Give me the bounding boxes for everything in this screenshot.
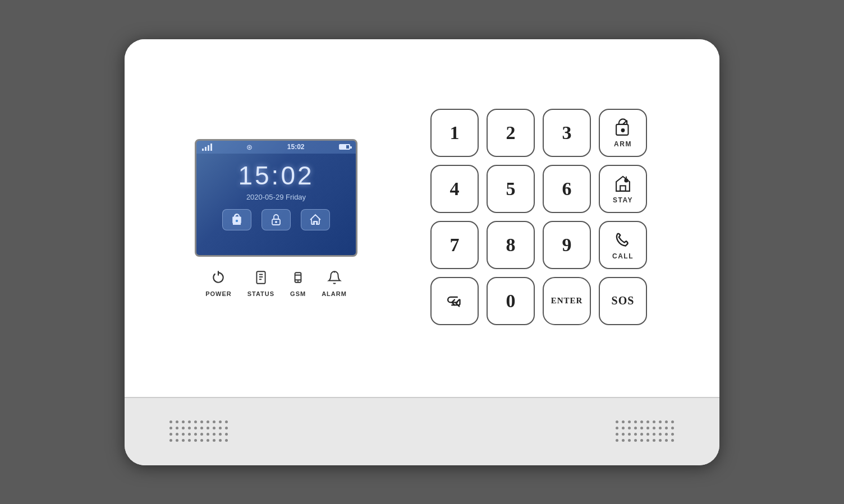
stay-label: STAY — [613, 196, 633, 204]
signal-icon — [202, 144, 212, 151]
alarm-label: ALARM — [322, 290, 347, 297]
key-9[interactable]: 9 — [543, 221, 591, 269]
svg-rect-4 — [256, 271, 265, 284]
key-call[interactable]: CALL — [599, 221, 647, 269]
lcd-screen: ⊛ 15:02 15:02 2020-05-29 Friday — [195, 139, 357, 257]
status-label: STATUS — [247, 290, 274, 297]
key-8[interactable]: 8 — [487, 221, 535, 269]
lcd-lock-button[interactable] — [262, 209, 291, 230]
lcd-date: 2020-05-29 Friday — [196, 193, 356, 201]
lcd-home-button[interactable] — [301, 209, 330, 230]
keypad: 1 2 3 ARM 4 5 6 — [430, 109, 649, 327]
key-sos[interactable]: SOS — [599, 277, 647, 325]
wifi-icon: ⊛ — [246, 143, 253, 151]
key-1[interactable]: 1 — [430, 109, 479, 157]
status-indicators: POWER STATUS — [205, 270, 347, 297]
indicator-gsm: GSM — [290, 270, 306, 297]
gsm-icon — [291, 270, 305, 288]
svg-point-15 — [622, 129, 625, 132]
key-stay[interactable]: STAY — [599, 165, 647, 213]
key-enter[interactable]: ENTER — [543, 277, 591, 325]
key-4[interactable]: 4 — [430, 165, 479, 213]
key-3[interactable]: 3 — [543, 109, 591, 157]
gsm-label: GSM — [290, 290, 306, 297]
key-5[interactable]: 5 — [487, 165, 535, 213]
power-icon — [211, 270, 226, 288]
indicator-status: STATUS — [247, 270, 274, 297]
call-label: CALL — [612, 252, 634, 260]
key-back[interactable] — [430, 277, 479, 325]
security-panel-device: ⊛ 15:02 15:02 2020-05-29 Friday — [125, 39, 719, 465]
lcd-main-time: 15:02 — [196, 160, 356, 191]
device-top-panel: ⊛ 15:02 15:02 2020-05-29 Friday — [125, 39, 719, 398]
indicator-power: POWER — [205, 270, 232, 297]
lcd-status-time: 15:02 — [287, 143, 305, 151]
device-bottom-panel — [125, 398, 719, 465]
lcd-buttons-row — [196, 209, 356, 230]
svg-point-3 — [276, 221, 277, 223]
left-speaker — [169, 420, 228, 442]
lcd-unlock-open-button[interactable] — [222, 209, 251, 230]
right-speaker — [616, 420, 675, 442]
key-arm[interactable]: ARM — [599, 109, 647, 157]
indicator-alarm: ALARM — [322, 270, 347, 297]
svg-rect-16 — [620, 186, 626, 191]
key-6[interactable]: 6 — [543, 165, 591, 213]
svg-point-0 — [236, 220, 238, 222]
left-panel: ⊛ 15:02 15:02 2020-05-29 Friday — [195, 139, 357, 297]
status-icon — [254, 270, 268, 288]
key-7[interactable]: 7 — [430, 221, 479, 269]
key-2[interactable]: 2 — [487, 109, 535, 157]
arm-label: ARM — [614, 140, 632, 148]
key-0[interactable]: 0 — [487, 277, 535, 325]
battery-icon — [339, 144, 350, 150]
alarm-icon — [327, 270, 342, 288]
svg-point-17 — [624, 178, 628, 182]
lcd-status-bar: ⊛ 15:02 — [196, 141, 356, 154]
power-label: POWER — [205, 290, 232, 297]
